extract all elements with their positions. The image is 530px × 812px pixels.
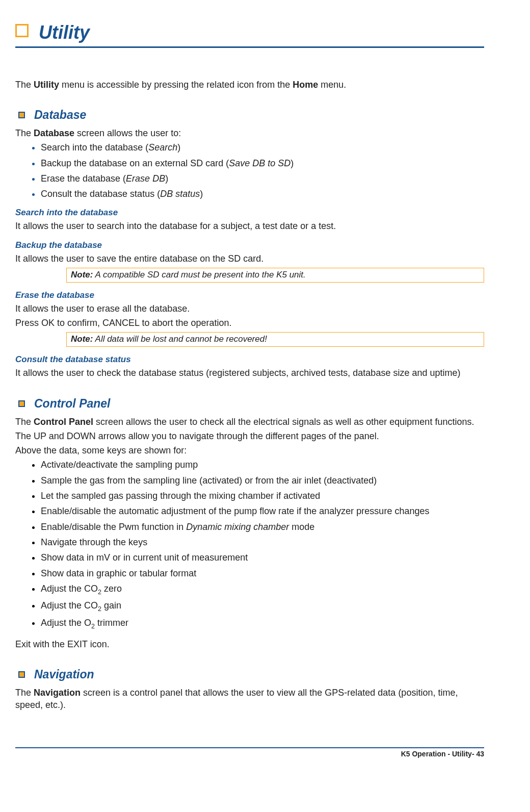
page-footer: K5 Operation - Utility- 43 <box>15 747 484 759</box>
cp-heading-text: Control Panel <box>34 396 111 412</box>
db-erase-title: Erase the database <box>15 290 484 301</box>
section-bullet-icon <box>18 112 25 118</box>
section-bullet-icon <box>18 400 25 407</box>
intro-paragraph: The Utility menu is accessible by pressi… <box>15 79 484 91</box>
section-bullet-icon <box>18 671 25 678</box>
intro-text-suffix: menu. <box>318 80 346 90</box>
li-text: gain <box>101 600 121 611</box>
section-heading-database: Database <box>15 107 484 123</box>
note-text: A compatible SD card must be present int… <box>93 270 305 280</box>
cp-intro: The Control Panel screen allows the user… <box>15 416 484 428</box>
list-item: Navigate through the keys <box>41 536 484 548</box>
li-text: Search into the database ( <box>41 142 148 153</box>
list-item: Search into the database (Search) <box>41 141 484 154</box>
db-intro: The Database screen allows the user to: <box>15 127 484 139</box>
page-title: Utility <box>39 20 90 45</box>
db-status-title: Consult the database status <box>15 354 484 366</box>
li-text: Adjust the O <box>41 618 91 628</box>
list-item: Backup the database on an external SD ca… <box>41 157 484 169</box>
list-item: Let the sampled gas passing through the … <box>41 490 484 502</box>
li-text: Erase the database ( <box>41 173 126 184</box>
nav-intro-post: screen is a control panel that allows th… <box>15 688 458 710</box>
db-backup-title: Backup the database <box>15 240 484 251</box>
db-search-title: Search into the database <box>15 207 484 219</box>
li-text: trimmer <box>95 618 128 628</box>
li-em: Search <box>148 142 177 153</box>
cp-intro-bold: Control Panel <box>34 417 93 427</box>
li-text: Adjust the CO <box>41 583 98 594</box>
db-heading-text: Database <box>34 107 86 123</box>
li-text: ) <box>290 158 294 168</box>
list-item: Show data in graphic or tabular format <box>41 567 484 579</box>
db-backup-text: It allows the user to save the entire da… <box>15 252 484 265</box>
db-erase-text2: Press OK to confirm, CANCEL to abort the… <box>15 317 484 329</box>
list-item: Adjust the CO2 gain <box>41 599 484 614</box>
db-search-text: It allows the user to search into the da… <box>15 220 484 232</box>
li-text: Adjust the CO <box>41 600 98 611</box>
section-heading-navigation: Navigation <box>15 667 484 682</box>
page-title-bar: Utility <box>15 20 484 48</box>
db-status-text: It allows the user to check the database… <box>15 367 484 379</box>
db-intro-post: screen allows the user to: <box>74 128 181 138</box>
li-text: Enable/disable the Pwm function in <box>41 522 186 532</box>
note-box-sd: Note: A compatible SD card must be prese… <box>66 268 484 283</box>
cp-exit: Exit with the EXIT icon. <box>15 638 484 650</box>
cp-line2: The UP and DOWN arrows allow you to navi… <box>15 430 484 442</box>
cp-intro-pre: The <box>15 417 34 427</box>
page-title-bullet-icon <box>15 24 29 37</box>
li-em: Dynamic mixing chamber <box>186 522 289 532</box>
cp-feature-list: Activate/deactivate the sampling pump Sa… <box>15 459 484 630</box>
li-text: mode <box>289 522 314 532</box>
nav-heading-text: Navigation <box>34 667 94 682</box>
intro-text: The <box>15 80 34 90</box>
li-em: DB status <box>160 189 200 199</box>
list-item: Sample the gas from the sampling line (a… <box>41 474 484 487</box>
li-em: Save DB to SD <box>229 158 290 168</box>
db-feature-list: Search into the database (Search) Backup… <box>15 141 484 200</box>
list-item: Activate/deactivate the sampling pump <box>41 459 484 471</box>
li-text: Backup the database on an external SD ca… <box>41 158 229 168</box>
intro-home: Home <box>293 80 318 90</box>
note-box-erase: Note: All data will be lost and cannot b… <box>66 332 484 347</box>
db-intro-pre: The <box>15 128 34 138</box>
list-item: Adjust the O2 trimmer <box>41 617 484 631</box>
db-intro-bold: Database <box>34 128 74 138</box>
db-erase-text1: It allows the user to erase all the data… <box>15 302 484 315</box>
li-text: zero <box>101 583 122 594</box>
li-text: ) <box>200 189 203 199</box>
nav-intro-pre: The <box>15 688 34 698</box>
note-label: Note: <box>71 334 93 344</box>
list-item: Enable/disable the automatic adjustment … <box>41 505 484 517</box>
cp-intro-post: screen allows the user to check all the … <box>93 417 474 427</box>
li-text: ) <box>165 173 168 184</box>
list-item: Enable/disable the Pwm function in Dynam… <box>41 521 484 533</box>
note-label: Note: <box>71 270 93 280</box>
li-em: Erase DB <box>126 173 165 184</box>
li-text: ) <box>177 142 180 153</box>
nav-intro: The Navigation screen is a control panel… <box>15 687 484 712</box>
list-item: Erase the database (Erase DB) <box>41 172 484 185</box>
section-heading-control-panel: Control Panel <box>15 396 484 412</box>
list-item: Consult the database status (DB status) <box>41 188 484 200</box>
intro-utility: Utility <box>34 80 59 90</box>
nav-intro-bold: Navigation <box>34 688 81 698</box>
list-item: Adjust the CO2 zero <box>41 582 484 597</box>
cp-line3: Above the data, some keys are shown for: <box>15 444 484 456</box>
note-text: All data will be lost and cannot be reco… <box>93 334 267 344</box>
intro-text-mid: menu is accessible by pressing the relat… <box>59 80 293 90</box>
list-item: Show data in mV or in current unit of me… <box>41 551 484 564</box>
li-text: Consult the database status ( <box>41 189 160 199</box>
